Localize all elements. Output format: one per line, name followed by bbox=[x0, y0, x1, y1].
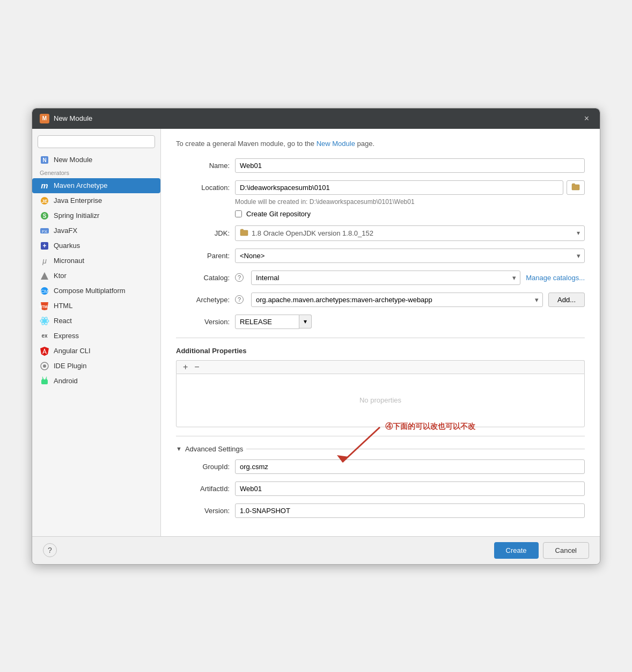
angular-icon bbox=[40, 346, 49, 356]
sidebar-item-label: New Module bbox=[54, 156, 92, 164]
close-button[interactable]: × bbox=[581, 113, 592, 125]
help-button[interactable]: ? bbox=[43, 543, 57, 557]
add-property-button[interactable]: + bbox=[181, 363, 190, 371]
sidebar-section-generators: Generators bbox=[32, 167, 160, 178]
archetype-help-icon[interactable]: ? bbox=[235, 295, 244, 304]
svg-point-26 bbox=[46, 378, 47, 379]
svg-line-28 bbox=[46, 377, 47, 378]
spring-icon: S bbox=[40, 211, 49, 221]
section-divider-advanced bbox=[176, 436, 585, 436]
intro-text: To create a general Maven module, go to … bbox=[176, 140, 585, 148]
properties-toolbar: + − bbox=[176, 360, 585, 374]
svg-text:CM: CM bbox=[41, 289, 48, 294]
micronaut-icon: μ bbox=[40, 256, 49, 266]
folder-browse-button[interactable] bbox=[567, 180, 585, 195]
sidebar-item-maven-archetype[interactable]: m Maven Archetype bbox=[32, 178, 160, 193]
sidebar-item-javafx[interactable]: FX JavaFX bbox=[32, 223, 160, 238]
advanced-chevron-icon: ▼ bbox=[176, 445, 182, 452]
sidebar-item-label: Maven Archetype bbox=[54, 181, 107, 189]
version-input[interactable] bbox=[235, 315, 299, 329]
git-repo-row: Create Git repository bbox=[235, 210, 585, 218]
archetype-select[interactable]: org.apache.maven.archetypes:maven-archet… bbox=[251, 293, 543, 307]
sidebar-item-label: Ktor bbox=[54, 272, 67, 280]
advanced-version-row: Version: bbox=[176, 503, 585, 518]
section-divider-props bbox=[176, 338, 585, 338]
advanced-separator-line bbox=[246, 449, 585, 449]
groupid-label: GroupId: bbox=[176, 463, 230, 471]
svg-rect-21 bbox=[44, 350, 45, 352]
sidebar-item-label: Quarkus bbox=[54, 242, 80, 250]
jdk-dropdown-icon: ▾ bbox=[577, 229, 580, 237]
jdk-selector[interactable]: 1.8 Oracle OpenJDK version 1.8.0_152 ▾ bbox=[235, 225, 585, 241]
add-archetype-button[interactable]: Add... bbox=[548, 293, 585, 307]
artifactid-row: ArtifactId: bbox=[176, 481, 585, 496]
search-input[interactable] bbox=[38, 135, 155, 148]
manage-catalogs-link[interactable]: Manage catalogs... bbox=[526, 274, 585, 282]
parent-label: Parent: bbox=[176, 252, 230, 260]
ktor-icon bbox=[40, 271, 49, 281]
sidebar-item-label: IDE Plugin bbox=[54, 362, 86, 370]
catalog-select[interactable]: Internal bbox=[251, 271, 520, 285]
footer-buttons: Create Cancel bbox=[494, 542, 590, 559]
sidebar-item-label: Java Enterprise bbox=[54, 196, 102, 204]
html-icon: HTML bbox=[40, 301, 49, 311]
sidebar-item-express[interactable]: ex Express bbox=[32, 328, 160, 344]
sidebar-item-angular-cli[interactable]: Angular CLI bbox=[32, 344, 160, 359]
name-input[interactable] bbox=[235, 158, 585, 173]
sidebar: N New Module Generators m Maven Archetyp… bbox=[32, 129, 161, 536]
jdk-label: JDK: bbox=[176, 229, 230, 237]
location-input[interactable] bbox=[235, 180, 563, 195]
svg-point-25 bbox=[42, 378, 44, 379]
svg-marker-10 bbox=[41, 272, 48, 280]
title-bar-left: M New Module bbox=[40, 114, 92, 123]
archetype-select-wrapper: org.apache.maven.archetypes:maven-archet… bbox=[251, 293, 543, 307]
sidebar-item-android[interactable]: Android bbox=[32, 374, 160, 389]
sidebar-item-compose-multiplatform[interactable]: CM Compose Multiplatform bbox=[32, 283, 160, 298]
groupid-input[interactable] bbox=[235, 459, 585, 474]
svg-text:FX: FX bbox=[42, 229, 48, 234]
sidebar-item-label: Spring Initializr bbox=[54, 211, 99, 220]
sidebar-item-ktor[interactable]: Ktor bbox=[32, 268, 160, 283]
sidebar-item-react[interactable]: React bbox=[32, 313, 160, 328]
sidebar-item-ide-plugin[interactable]: IDE Plugin bbox=[32, 359, 160, 374]
advanced-settings-title: Advanced Settings bbox=[185, 445, 243, 453]
catalog-help-icon[interactable]: ? bbox=[235, 273, 244, 282]
sidebar-item-label: Micronaut bbox=[54, 257, 84, 265]
main-content: To create a general Maven module, go to … bbox=[161, 129, 600, 536]
new-module-link[interactable]: New Module bbox=[317, 140, 355, 148]
title-bar: M New Module × bbox=[32, 108, 600, 129]
location-label: Location: bbox=[176, 184, 230, 192]
version-dropdown-button[interactable]: ▾ bbox=[299, 315, 312, 328]
advanced-version-input[interactable] bbox=[235, 503, 585, 518]
cancel-button[interactable]: Cancel bbox=[543, 542, 589, 559]
groupid-row: GroupId: bbox=[176, 459, 585, 474]
svg-line-27 bbox=[42, 377, 43, 378]
version-row: Version: ▾ bbox=[176, 315, 585, 329]
sidebar-item-spring-initializr[interactable]: S Spring Initializr bbox=[32, 208, 160, 223]
advanced-version-label: Version: bbox=[176, 507, 230, 515]
sidebar-item-label: React bbox=[54, 317, 72, 325]
git-repo-checkbox[interactable] bbox=[235, 210, 242, 217]
svg-text:S: S bbox=[43, 213, 47, 219]
express-icon: ex bbox=[40, 331, 49, 341]
android-icon bbox=[40, 376, 49, 386]
artifactid-input[interactable] bbox=[235, 481, 585, 496]
advanced-settings-header[interactable]: ▼ Advanced Settings bbox=[176, 445, 585, 453]
sidebar-item-label: JavaFX bbox=[54, 227, 77, 235]
sidebar-item-java-enterprise[interactable]: JE Java Enterprise bbox=[32, 193, 160, 208]
dialog-title: New Module bbox=[54, 114, 92, 122]
catalog-select-wrapper: Internal bbox=[251, 271, 520, 285]
sidebar-item-quarkus[interactable]: + Quarkus bbox=[32, 238, 160, 253]
catalog-label-text: Catalog: bbox=[176, 274, 230, 282]
svg-text:+: + bbox=[42, 242, 46, 250]
javafx-icon: FX bbox=[40, 226, 49, 236]
additional-properties-title: Additional Properties bbox=[176, 347, 585, 355]
sidebar-item-label: Angular CLI bbox=[54, 347, 91, 355]
name-row: Name: bbox=[176, 158, 585, 173]
remove-property-button[interactable]: − bbox=[192, 363, 201, 371]
sidebar-item-new-module[interactable]: N New Module bbox=[32, 152, 160, 167]
sidebar-item-micronaut[interactable]: μ Micronaut bbox=[32, 253, 160, 268]
sidebar-item-html[interactable]: HTML HTML bbox=[32, 298, 160, 313]
create-button[interactable]: Create bbox=[494, 542, 539, 559]
parent-select[interactable]: <None> bbox=[235, 249, 585, 263]
